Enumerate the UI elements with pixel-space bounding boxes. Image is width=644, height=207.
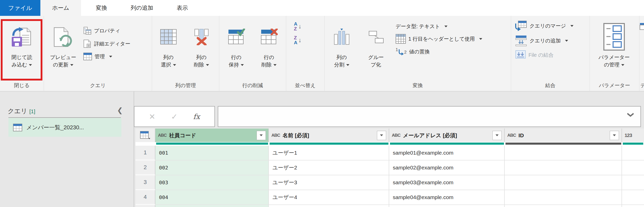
cell-clipped[interactable] [622, 146, 644, 160]
cell-employee-code[interactable]: 002 [155, 160, 269, 175]
cell-email[interactable]: sample03@example.com [389, 175, 505, 190]
formula-toolbar: ✕ ✓ fx [134, 106, 215, 127]
group-data-sources-clipped: デ [639, 16, 644, 91]
replace-values-icon: 1 2 [396, 48, 407, 55]
cell-name[interactable]: ユーザー2 [269, 160, 389, 175]
data-type-button[interactable]: データ型: テキスト [396, 23, 482, 30]
manage-parameters-icon [603, 20, 625, 54]
formula-accept-button[interactable]: ✓ [171, 112, 177, 121]
queries-pane-title: クエリ[1] [8, 107, 35, 115]
clipped-icon [639, 22, 644, 30]
cell-email[interactable]: sample02@example.com [389, 160, 505, 175]
tab-view[interactable]: 表示 [165, 0, 200, 16]
caret-down-icon [479, 38, 482, 40]
collapse-sidebar-chevron-icon[interactable]: ❮ [117, 106, 123, 114]
manage-parameters-button[interactable]: パラメーター の管理 [590, 19, 638, 68]
select-all-corner-button[interactable] [135, 129, 155, 142]
manage-button[interactable]: 管理 [83, 53, 130, 60]
sidebar-separator [8, 117, 121, 118]
column-header-email[interactable]: ABC メールアドレス [必須] [389, 129, 505, 142]
append-queries-icon [515, 35, 527, 46]
properties-button[interactable]: プロパティ [83, 27, 130, 35]
column-header-name[interactable]: ABC 名前 [必須] [269, 129, 389, 142]
cell-name[interactable]: ユーザー4 [269, 190, 389, 205]
cell-id[interactable] [505, 160, 622, 175]
sort-az-icon: AZ [294, 21, 297, 31]
close-and-load-icon [11, 20, 33, 54]
remove-columns-icon [193, 20, 210, 54]
cell-clipped[interactable] [622, 190, 644, 205]
sort-descending-button[interactable]: ZA ↓ [294, 35, 324, 45]
cell-id[interactable] [505, 146, 622, 160]
cell-id[interactable] [505, 175, 622, 190]
choose-columns-button[interactable]: 列の 選択 [153, 19, 183, 91]
tab-add-column[interactable]: 列の追加 [119, 0, 165, 16]
append-queries-button[interactable]: クエリの追加 [515, 35, 590, 46]
power-query-editor: ファイル ホーム 変換 列の追加 表示 [0, 0, 644, 207]
row-number[interactable]: 3 [135, 175, 155, 190]
ribbon-tab-strip: ファイル ホーム 変換 列の追加 表示 [0, 0, 644, 16]
caret-down-icon [613, 134, 616, 136]
group-label-transform: 変換 [325, 82, 511, 89]
caret-down-icon [444, 26, 447, 27]
caret-down-icon [273, 64, 277, 66]
cell-employee-code[interactable]: 001 [155, 146, 269, 160]
filter-button[interactable] [492, 131, 502, 140]
data-preview-grid: ABC 社員コード ABC 名前 [必須] ABC メールアドレス [必須] A… [135, 129, 644, 207]
group-label-clipped: デ [639, 82, 644, 89]
cell-clipped[interactable] [622, 160, 644, 175]
tab-home[interactable]: ホーム [40, 0, 81, 16]
refresh-preview-button[interactable]: プレビュー の更新 [44, 19, 82, 91]
caret-down-icon [29, 64, 32, 66]
replace-values-button[interactable]: 1 2 値の置換 [396, 48, 482, 55]
cell-email[interactable]: sample04@example.com [389, 190, 505, 205]
use-first-row-as-headers-button[interactable]: 1 行目をヘッダーとして使用 [396, 34, 482, 44]
remove-rows-button[interactable]: 行の 削除 [254, 19, 285, 91]
row-number[interactable]: 4 [135, 190, 155, 205]
cell-employee-code[interactable]: 004 [155, 190, 269, 205]
filter-button[interactable] [610, 131, 619, 140]
tab-transform[interactable]: 変換 [84, 0, 119, 16]
combine-files-button: File の結合 [515, 50, 590, 60]
expand-formula-bar-chevron-icon[interactable] [627, 112, 634, 118]
text-type-icon: ABC [271, 133, 280, 138]
remove-columns-button[interactable]: 列の 削除 [185, 19, 218, 91]
add-step-fx-button[interactable]: fx [193, 112, 200, 121]
cell-name[interactable]: ユーザー3 [269, 175, 389, 190]
caret-down-icon [260, 134, 263, 136]
merge-queries-icon [515, 20, 527, 31]
row-number[interactable]: 1 [135, 146, 155, 160]
cell-email[interactable]: sample01@example.com [389, 146, 505, 160]
row-number[interactable]: 2 [135, 160, 155, 175]
formula-input[interactable]: = Table.TransformColumnTypes(昇格されたヘッダー数,… [218, 106, 641, 127]
cell-id[interactable] [505, 190, 622, 205]
group-label-sort: 並べ替え [286, 82, 324, 89]
tab-file[interactable]: ファイル [0, 0, 40, 16]
group-parameters: パラメーター の管理 パラメーター [590, 16, 639, 91]
keep-rows-button[interactable]: 行の 保持 [221, 19, 252, 91]
quality-bar-teal [156, 143, 268, 145]
formula-cancel-button[interactable]: ✕ [149, 112, 155, 121]
filter-button[interactable] [257, 131, 266, 140]
cell-employee-code[interactable]: 003 [155, 175, 269, 190]
combine-files-icon [515, 50, 526, 60]
column-header-clipped[interactable]: 123 [622, 129, 644, 142]
group-by-button[interactable]: グルー プ化 [359, 19, 393, 91]
split-column-button[interactable]: 列の 分割 [325, 19, 359, 91]
close-and-load-button[interactable]: 閉じて読 み込む [0, 19, 44, 68]
table-row-clipped [135, 205, 644, 207]
cell-name[interactable]: ユーザー1 [269, 146, 389, 160]
sort-ascending-button[interactable]: AZ ↓ [294, 21, 324, 31]
group-query: プレビュー の更新 プロパティ [44, 16, 152, 91]
caret-down-icon [496, 134, 499, 136]
group-sort: AZ ↓ ZA ↓ 並べ替え [286, 16, 325, 91]
merge-queries-button[interactable]: クエリのマージ [515, 20, 590, 31]
group-reduce-rows: 行の 保持 行の 削除 行の削減 [219, 16, 286, 91]
column-header-id[interactable]: ABC ID [505, 129, 622, 142]
filter-button[interactable] [377, 131, 386, 140]
cell-clipped[interactable] [622, 175, 644, 190]
group-label-reduce-rows: 行の削減 [219, 82, 286, 89]
query-list-item-selected[interactable]: メンバー一覧_20230... [8, 118, 121, 137]
column-header-employee-code[interactable]: ABC 社員コード [155, 129, 269, 142]
advanced-editor-button[interactable]: 詳細エディター [83, 39, 130, 48]
